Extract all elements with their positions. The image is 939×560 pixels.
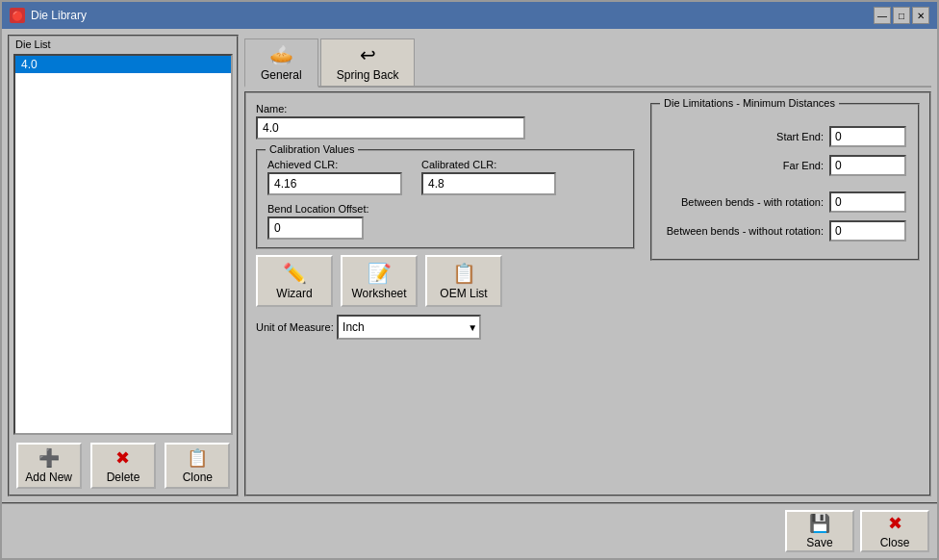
tool-buttons-row: ✏️ Wizard 📝 Worksheet 📋 OEM List bbox=[256, 255, 635, 307]
between-bends-no-rotation-label: Between bends - without rotation: bbox=[664, 225, 824, 237]
content-top: Name: Calibration Values Achieved CLR: bbox=[256, 103, 920, 340]
clone-button[interactable]: 📋 Clone bbox=[165, 443, 230, 489]
clone-icon: 📋 bbox=[187, 447, 208, 469]
calibrated-clr-label: Calibrated CLR: bbox=[421, 159, 556, 170]
delete-icon: ✖ bbox=[115, 447, 130, 469]
tab-spring-back[interactable]: ↩ Spring Back bbox=[320, 38, 416, 86]
wizard-label: Wizard bbox=[276, 287, 312, 300]
calibrated-clr-input[interactable] bbox=[421, 172, 556, 195]
between-bends-no-rotation-input[interactable] bbox=[829, 220, 906, 242]
titlebar-left: 🔴 Die Library bbox=[10, 8, 87, 23]
add-new-button[interactable]: ➕ Add New bbox=[16, 443, 82, 489]
bend-offset-input[interactable] bbox=[267, 216, 364, 240]
wizard-button[interactable]: ✏️ Wizard bbox=[256, 255, 333, 307]
calibration-group: Calibration Values Achieved CLR: Calibra… bbox=[256, 149, 635, 249]
general-tab-label: General bbox=[261, 68, 302, 82]
right-panel: 🥧 General ↩ Spring Back Name: bbox=[244, 35, 931, 496]
far-end-label: Far End: bbox=[664, 160, 824, 171]
tab-bar: 🥧 General ↩ Spring Back bbox=[244, 35, 931, 88]
main-window: 🔴 Die Library — □ ✕ Die List 4.0 ➕ Add N… bbox=[0, 0, 939, 560]
uom-label: Unit of Measure: bbox=[256, 321, 334, 333]
titlebar-controls: — □ ✕ bbox=[874, 7, 929, 24]
far-end-row: Far End: bbox=[664, 155, 906, 176]
uom-select[interactable]: Inch Metric bbox=[337, 315, 481, 340]
name-input[interactable] bbox=[256, 116, 525, 140]
worksheet-icon: 📝 bbox=[368, 262, 392, 285]
achieved-clr-row: Achieved CLR: bbox=[267, 159, 402, 195]
between-bends-rotation-label: Between bends - with rotation: bbox=[664, 196, 824, 208]
titlebar: 🔴 Die Library — □ ✕ bbox=[2, 2, 937, 29]
between-bends-no-rotation-row: Between bends - without rotation: bbox=[664, 220, 906, 242]
close-icon: ✖ bbox=[888, 513, 902, 534]
add-icon: ➕ bbox=[38, 447, 60, 469]
calibrated-clr-row: Calibrated CLR: bbox=[421, 159, 556, 195]
name-field-row: Name: bbox=[256, 103, 635, 140]
die-list-panel: Die List 4.0 ➕ Add New ✖ Delete 📋 Clone bbox=[8, 35, 239, 496]
die-limitations-panel: Die Limitations - Minimum Distances Star… bbox=[650, 103, 920, 261]
tab-content: Name: Calibration Values Achieved CLR: bbox=[244, 91, 931, 496]
maximize-button[interactable]: □ bbox=[893, 7, 910, 24]
close-button[interactable]: ✖ Close bbox=[860, 510, 929, 552]
oem-list-icon: 📋 bbox=[452, 262, 476, 285]
name-label: Name: bbox=[256, 103, 635, 115]
window-title: Die Library bbox=[31, 9, 87, 22]
main-content: Die List 4.0 ➕ Add New ✖ Delete 📋 Clone bbox=[2, 29, 937, 502]
die-list-label: Die List bbox=[10, 37, 237, 52]
worksheet-label: Worksheet bbox=[351, 287, 406, 300]
start-end-input[interactable] bbox=[829, 126, 906, 147]
delete-label: Delete bbox=[107, 471, 140, 484]
tab-general[interactable]: 🥧 General bbox=[244, 38, 318, 88]
save-label: Save bbox=[806, 536, 832, 549]
achieved-clr-label: Achieved CLR: bbox=[267, 159, 402, 170]
wizard-icon: ✏️ bbox=[283, 262, 307, 285]
die-list-box[interactable]: 4.0 bbox=[13, 54, 233, 435]
worksheet-button[interactable]: 📝 Worksheet bbox=[341, 255, 418, 307]
oem-list-label: OEM List bbox=[440, 287, 487, 300]
content-left: Name: Calibration Values Achieved CLR: bbox=[256, 103, 635, 340]
app-icon: 🔴 bbox=[10, 8, 25, 23]
between-bends-rotation-input[interactable] bbox=[829, 191, 906, 213]
close-label: Close bbox=[880, 536, 910, 549]
oem-list-button[interactable]: 📋 OEM List bbox=[425, 255, 502, 307]
calibration-group-label: Calibration Values bbox=[266, 143, 358, 155]
uom-section: Unit of Measure: Inch Metric ▼ bbox=[256, 311, 635, 340]
general-tab-icon: 🥧 bbox=[269, 43, 293, 66]
clone-label: Clone bbox=[183, 471, 213, 484]
save-icon: 💾 bbox=[809, 513, 830, 534]
uom-select-wrapper: Inch Metric ▼ bbox=[337, 315, 481, 340]
save-button[interactable]: 💾 Save bbox=[785, 510, 854, 552]
delete-button[interactable]: ✖ Delete bbox=[90, 443, 156, 489]
bend-offset-label: Bend Location Offset: bbox=[267, 203, 623, 215]
minimize-button[interactable]: — bbox=[874, 7, 891, 24]
spring-back-tab-label: Spring Back bbox=[337, 68, 399, 82]
add-new-label: Add New bbox=[25, 471, 72, 484]
die-list-item[interactable]: 4.0 bbox=[15, 56, 231, 73]
spring-back-tab-icon: ↩ bbox=[360, 43, 376, 66]
bottom-bar: 💾 Save ✖ Close bbox=[2, 502, 937, 558]
close-window-button[interactable]: ✕ bbox=[912, 7, 929, 24]
start-end-label: Start End: bbox=[664, 131, 824, 142]
far-end-input[interactable] bbox=[829, 155, 906, 176]
die-list-buttons: ➕ Add New ✖ Delete 📋 Clone bbox=[10, 437, 237, 495]
start-end-row: Start End: bbox=[664, 126, 906, 147]
achieved-clr-input[interactable] bbox=[267, 172, 402, 195]
limitations-label: Die Limitations - Minimum Distances bbox=[660, 97, 839, 109]
calibration-fields: Achieved CLR: Calibrated CLR: bbox=[267, 159, 623, 195]
bend-offset-row: Bend Location Offset: bbox=[267, 203, 623, 240]
between-bends-rotation-row: Between bends - with rotation: bbox=[664, 191, 906, 213]
